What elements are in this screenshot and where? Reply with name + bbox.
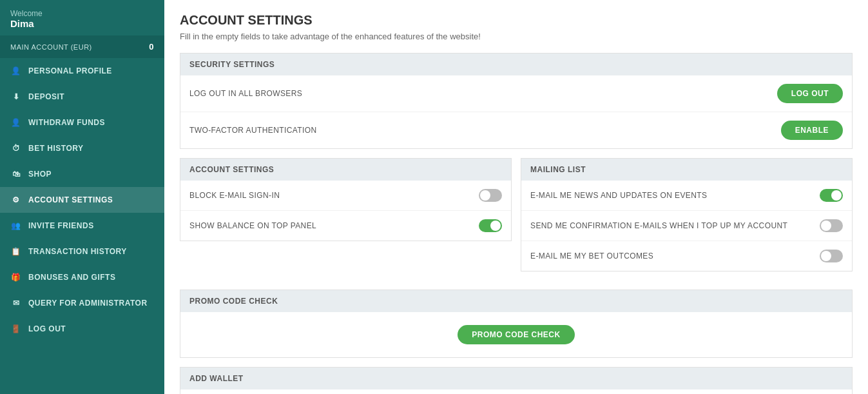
nav-label-invite-friends: INVITE FRIENDS xyxy=(28,221,94,230)
sidebar-item-log-out[interactable]: 🚪LOG OUT xyxy=(0,316,164,342)
nav-icon-personal-profile: 👤 xyxy=(10,65,22,77)
account-settings-section: ACCOUNT SETTINGS BLOCK E-MAIL SIGN-IN SH… xyxy=(180,158,512,241)
promo-header: PROMO CODE CHECK xyxy=(180,290,852,312)
sidebar-nav: 👤PERSONAL PROFILE⬇DEPOSIT👤WITHDRAW FUNDS… xyxy=(0,58,164,394)
nav-label-log-out: LOG OUT xyxy=(28,324,66,333)
block-email-label: BLOCK E-MAIL SIGN-IN xyxy=(189,191,280,200)
mailing-list-col: MAILING LIST E-MAIL ME NEWS AND UPDATES … xyxy=(521,158,853,281)
page-subtitle: Fill in the empty fields to take advanta… xyxy=(180,32,853,41)
nav-icon-invite-friends: 👥 xyxy=(10,220,22,231)
nav-label-bet-history: BET HISTORY xyxy=(28,144,84,153)
nav-label-transaction-history: TRANSACTION HISTORY xyxy=(28,247,127,256)
logout-button[interactable]: LOG OUT xyxy=(777,84,843,103)
nav-icon-bet-history: ⏱ xyxy=(10,143,22,154)
sidebar-item-query-admin[interactable]: ✉QUERY FOR ADMINISTRATOR xyxy=(0,290,164,316)
nav-icon-log-out: 🚪 xyxy=(10,323,22,335)
nav-label-account-settings: ACCOUNT SETTINGS xyxy=(28,195,113,204)
nav-icon-shop: 🛍 xyxy=(10,168,22,180)
email-bets-label: E-MAIL ME MY BET OUTCOMES xyxy=(530,251,653,261)
balance: 0 xyxy=(149,42,154,52)
username: Dima xyxy=(10,18,154,29)
nav-icon-deposit: ⬇ xyxy=(10,91,22,103)
block-email-row: BLOCK E-MAIL SIGN-IN xyxy=(180,181,511,211)
two-factor-label: TWO-FACTOR AUTHENTICATION xyxy=(189,126,317,135)
sidebar-item-transaction-history[interactable]: 📋TRANSACTION HISTORY xyxy=(0,239,164,264)
nav-icon-transaction-history: 📋 xyxy=(10,246,22,257)
nav-label-deposit: DEPOSIT xyxy=(28,92,64,101)
mailing-list-section: MAILING LIST E-MAIL ME NEWS AND UPDATES … xyxy=(521,158,853,271)
account-settings-col: ACCOUNT SETTINGS BLOCK E-MAIL SIGN-IN SH… xyxy=(180,158,512,281)
wallet-body: (USD) US dollar (EUR) Euro (GBP) British… xyxy=(180,389,852,394)
sidebar-item-shop[interactable]: 🛍SHOP xyxy=(0,161,164,187)
account-label: MAIN ACCOUNT (EUR) xyxy=(10,43,92,51)
sidebar-item-withdraw-funds[interactable]: 👤WITHDRAW FUNDS xyxy=(0,110,164,135)
mailing-list-header: MAILING LIST xyxy=(521,159,852,181)
two-factor-row: TWO-FACTOR AUTHENTICATION ENABLE xyxy=(180,112,852,148)
promo-button[interactable]: PROMO CODE CHECK xyxy=(458,325,574,344)
logout-browsers-label: LOG OUT IN ALL BROWSERS xyxy=(189,89,302,98)
show-balance-label: SHOW BALANCE ON TOP PANEL xyxy=(189,221,316,230)
email-news-toggle[interactable] xyxy=(820,189,843,202)
email-topup-label: SEND ME CONFIRMATION E-MAILS WHEN I TOP … xyxy=(530,221,787,230)
wallet-section: ADD WALLET (USD) US dollar (EUR) Euro (G… xyxy=(180,367,853,394)
wallet-header: ADD WALLET xyxy=(180,368,852,389)
sidebar-item-personal-profile[interactable]: 👤PERSONAL PROFILE xyxy=(0,58,164,84)
show-balance-row: SHOW BALANCE ON TOP PANEL xyxy=(180,211,511,241)
sidebar-item-bet-history[interactable]: ⏱BET HISTORY xyxy=(0,135,164,161)
enable-button[interactable]: ENABLE xyxy=(781,121,843,140)
main-content: ACCOUNT SETTINGS Fill in the empty field… xyxy=(164,0,868,394)
email-news-row: E-MAIL ME NEWS AND UPDATES ON EVENTS xyxy=(521,181,852,211)
promo-body: PROMO CODE CHECK xyxy=(180,312,852,357)
email-news-label: E-MAIL ME NEWS AND UPDATES ON EVENTS xyxy=(530,191,707,200)
email-bets-row: E-MAIL ME MY BET OUTCOMES xyxy=(521,241,852,271)
show-balance-toggle[interactable] xyxy=(479,219,502,232)
sidebar-item-deposit[interactable]: ⬇DEPOSIT xyxy=(0,84,164,110)
email-topup-toggle[interactable] xyxy=(820,219,843,232)
email-bets-toggle[interactable] xyxy=(820,250,843,262)
account-bar: MAIN ACCOUNT (EUR) 0 xyxy=(0,35,164,58)
nav-label-shop: SHOP xyxy=(28,170,52,179)
nav-label-query-admin: QUERY FOR ADMINISTRATOR xyxy=(28,299,148,308)
nav-label-personal-profile: PERSONAL PROFILE xyxy=(28,66,112,75)
nav-icon-withdraw-funds: 👤 xyxy=(10,117,22,128)
account-settings-header: ACCOUNT SETTINGS xyxy=(180,159,511,181)
security-section: SECURITY SETTINGS LOG OUT IN ALL BROWSER… xyxy=(180,53,853,149)
page-title: ACCOUNT SETTINGS xyxy=(180,13,853,28)
logout-browsers-row: LOG OUT IN ALL BROWSERS LOG OUT xyxy=(180,75,852,112)
sidebar-item-invite-friends[interactable]: 👥INVITE FRIENDS xyxy=(0,213,164,239)
email-topup-row: SEND ME CONFIRMATION E-MAILS WHEN I TOP … xyxy=(521,211,852,241)
nav-label-bonuses-gifts: BONUSES AND GIFTS xyxy=(28,273,115,282)
nav-icon-bonuses-gifts: 🎁 xyxy=(10,271,22,283)
nav-icon-account-settings: ⚙ xyxy=(10,194,22,206)
sidebar-welcome: Welcome Dima xyxy=(0,0,164,35)
sidebar: Welcome Dima MAIN ACCOUNT (EUR) 0 👤PERSO… xyxy=(0,0,164,394)
mid-section: ACCOUNT SETTINGS BLOCK E-MAIL SIGN-IN SH… xyxy=(180,158,853,281)
block-email-toggle[interactable] xyxy=(479,189,502,202)
nav-icon-query-admin: ✉ xyxy=(10,297,22,309)
promo-section: PROMO CODE CHECK PROMO CODE CHECK xyxy=(180,290,853,358)
sidebar-item-account-settings[interactable]: ⚙ACCOUNT SETTINGS xyxy=(0,187,164,213)
sidebar-item-bonuses-gifts[interactable]: 🎁BONUSES AND GIFTS xyxy=(0,264,164,290)
welcome-label: Welcome xyxy=(10,9,43,18)
nav-label-withdraw-funds: WITHDRAW FUNDS xyxy=(28,118,105,127)
security-header: SECURITY SETTINGS xyxy=(180,54,852,75)
